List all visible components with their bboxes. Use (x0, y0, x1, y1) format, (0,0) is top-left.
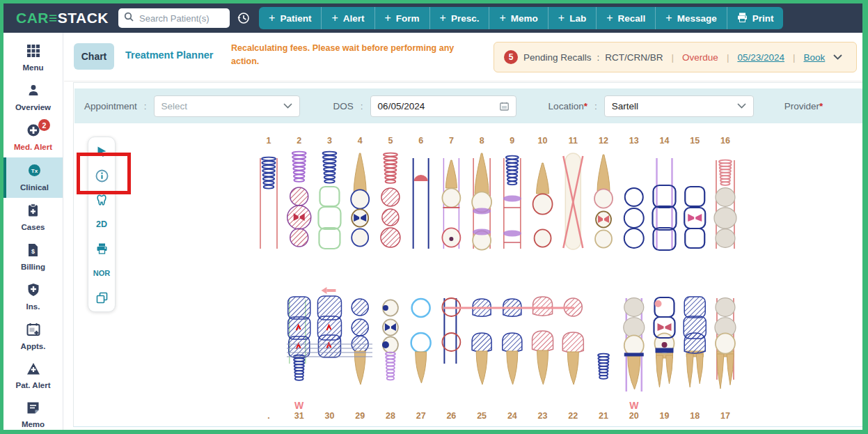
divider: | (672, 52, 674, 63)
svg-text:25: 25 (477, 411, 487, 421)
sidebar-item-billing[interactable]: $ Billing (3, 238, 63, 277)
billing-doc-icon: $ (27, 243, 39, 260)
required-marker: * (584, 101, 587, 111)
provider-label: Provider* (784, 101, 823, 111)
add-alert-button[interactable]: +Alert (321, 7, 374, 29)
svg-text:3: 3 (327, 136, 332, 146)
search-icon (124, 12, 134, 24)
add-lab-button[interactable]: +Lab (548, 7, 596, 29)
sidebar-item-appointments[interactable]: Appts. (3, 317, 63, 357)
plus-icon: + (269, 13, 275, 24)
carestack-logo[interactable]: CAR≡STACK (16, 10, 109, 26)
svg-text:31: 31 (294, 411, 304, 421)
2d-view-tool[interactable]: 2D (94, 217, 109, 232)
add-recall-button[interactable]: +Recall (596, 7, 655, 29)
sidebar-item-clinical[interactable]: Tx Clinical (3, 157, 63, 198)
pointer-tool-icon[interactable] (94, 144, 109, 159)
tooth-tool-icon[interactable] (94, 192, 109, 208)
add-prescription-button[interactable]: +Presc. (429, 7, 489, 29)
svg-text:13: 13 (629, 136, 639, 146)
recalls-value: RCT/CRN/BR (605, 52, 663, 63)
med-alert-badge: 2 (38, 119, 50, 131)
chevron-down-icon (283, 103, 292, 109)
plus-icon: + (558, 13, 565, 24)
printer-icon (737, 13, 748, 24)
svg-text:21: 21 (599, 411, 608, 421)
recent-patients-icon[interactable] (237, 11, 251, 25)
recall-count-badge: 5 (504, 50, 518, 64)
add-memo-button[interactable]: +Memo (489, 7, 547, 29)
left-sidebar: Menu Overview 2 Med. Alert Tx Clinical C… (3, 33, 63, 430)
svg-text:23: 23 (538, 411, 548, 421)
sidebar-item-insurance[interactable]: Ins. (3, 277, 63, 317)
svg-text:2: 2 (297, 136, 301, 146)
svg-text:Tx: Tx (31, 168, 38, 174)
patient-search[interactable] (118, 8, 230, 28)
sidebar-item-med-alert[interactable]: 2 Med. Alert (3, 118, 63, 157)
svg-text:5: 5 (388, 136, 393, 146)
print-chart-tool-icon[interactable] (94, 241, 109, 256)
chevron-down-icon[interactable] (833, 54, 842, 60)
dos-date-input[interactable]: 06/05/2024 (370, 95, 516, 117)
tab-chart[interactable]: Chart (74, 43, 114, 70)
chart-tool-rail: 2D NOR (88, 137, 116, 312)
required-marker: * (819, 101, 823, 111)
svg-text:7: 7 (449, 136, 454, 146)
svg-text:19: 19 (660, 411, 670, 421)
appointment-label: Appointment (84, 101, 137, 111)
tooth-chart[interactable]: 12345678910111213141516.W313029282726252… (253, 132, 744, 426)
clipboard-plus-icon (26, 203, 40, 220)
copy-tool-icon[interactable] (94, 290, 109, 305)
svg-text:W: W (629, 400, 639, 411)
svg-text:9: 9 (510, 136, 514, 146)
memo-note-icon (26, 401, 40, 417)
plus-icon: + (385, 13, 391, 24)
add-message-button[interactable]: +Message (655, 7, 726, 29)
svg-text:17: 17 (720, 411, 730, 421)
book-link[interactable]: Book (803, 52, 825, 63)
nor-tool[interactable]: NOR (94, 265, 109, 281)
add-form-button[interactable]: +Form (374, 7, 429, 29)
top-bar: CAR≡STACK +Patient +Alert +Form +Presc. … (3, 3, 862, 33)
svg-text:11: 11 (569, 136, 578, 146)
info-tool-icon[interactable] (94, 168, 109, 183)
plus-icon: + (665, 13, 672, 24)
recalls-colon: : (597, 52, 600, 63)
svg-text:8: 8 (480, 136, 484, 146)
svg-text:1: 1 (267, 136, 271, 146)
shield-plus-icon (27, 283, 40, 300)
calendar-icon (500, 102, 509, 111)
calendar-plus-icon (26, 323, 40, 339)
divider: | (793, 52, 796, 63)
add-patient-button[interactable]: +Patient (259, 7, 321, 29)
svg-text:6: 6 (418, 136, 423, 146)
recalculating-fees-warning: Recalculating fees. Please wait before p… (231, 42, 475, 69)
appointment-select[interactable]: Select (154, 95, 300, 117)
pending-recalls-panel: 5 Pending Recalls : RCT/CRN/BR | Overdue… (494, 42, 857, 72)
location-select[interactable]: Sartell (604, 95, 754, 117)
chart-filter-bar: Appointment : Select DOS : 06/05/2024 Lo… (74, 88, 865, 123)
patient-sub-header: Chart Treatment Planner Recalculating fe… (64, 33, 862, 82)
search-input[interactable] (138, 13, 220, 24)
sidebar-item-memo[interactable]: Memo (3, 396, 63, 430)
overdue-status: Overdue (682, 52, 718, 63)
svg-text:26: 26 (446, 411, 456, 421)
divider: | (727, 52, 729, 63)
sidebar-item-overview[interactable]: Overview (3, 78, 63, 118)
svg-text:12: 12 (599, 136, 608, 146)
svg-text:W: W (294, 400, 304, 411)
tab-treatment-planner[interactable]: Treatment Planner (125, 49, 214, 61)
recall-date-link[interactable]: 05/23/2024 (737, 52, 784, 63)
chevron-down-icon (737, 103, 746, 109)
svg-text:.: . (267, 411, 269, 421)
logo-stack: STACK (58, 10, 109, 26)
carestack-window: CAR≡STACK +Patient +Alert +Form +Presc. … (0, 0, 868, 434)
recalls-label: Pending Recalls (523, 52, 592, 63)
sidebar-item-cases[interactable]: Cases (3, 198, 63, 238)
svg-text:4: 4 (358, 136, 363, 146)
person-icon (26, 84, 40, 100)
sidebar-item-patient-alert[interactable]: Pat. Alert (3, 357, 63, 396)
svg-text:22: 22 (568, 411, 578, 421)
print-button[interactable]: Print (727, 7, 784, 29)
sidebar-item-menu[interactable]: Menu (3, 38, 63, 78)
